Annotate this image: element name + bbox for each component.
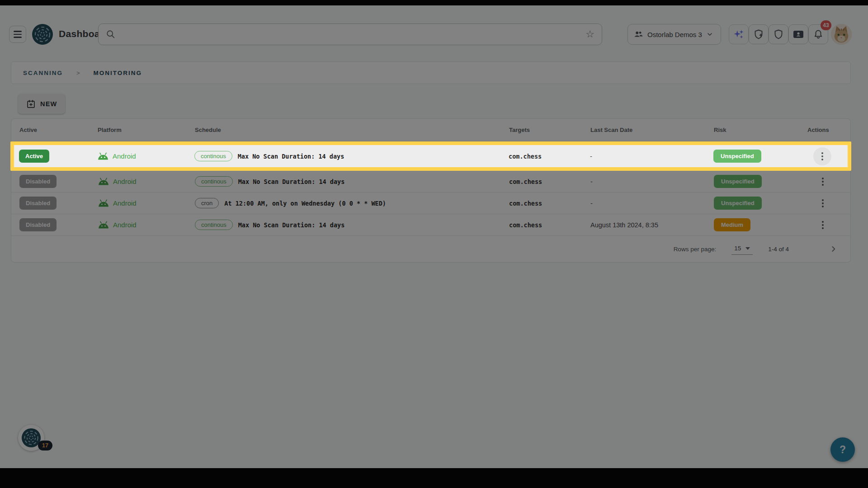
platform-label: Android [113,152,136,160]
android-icon [98,221,109,229]
schedule-type-chip: cron [195,198,219,208]
column-header-targets: Targets [509,127,590,133]
schedule-type-chip: continous [194,151,232,161]
last-scan-date-cell: August 13th 2024, 8:35 [590,221,714,229]
table-row[interactable]: Disabled Android continous Max No Scan D… [11,214,850,236]
new-monitoring-rule-button[interactable]: NEW [18,94,65,114]
chevron-left-icon [804,244,813,253]
last-scan-date-cell: - [590,153,713,160]
menu-hamburger-button[interactable] [9,26,26,43]
status-badge: Disabled [19,218,57,231]
search-icon [106,29,116,39]
help-button[interactable]: ? [830,437,855,462]
status-badge: Disabled [19,197,57,210]
ostorlab-logo-icon [32,23,53,45]
android-icon [97,152,109,160]
ai-assistant-button[interactable] [729,24,749,44]
global-search-bar: ☆ [98,23,602,45]
cat-avatar-image [831,24,852,45]
last-scan-date-cell: - [590,178,714,185]
organization-name: Ostorlab Demos 3 [647,31,702,38]
shield-plus-icon [753,29,764,40]
platform-label: Android [113,178,137,185]
status-badge: Active [19,150,49,163]
android-icon [98,199,109,207]
monitoring-rules-table: Active Platform Schedule Targets Last Sc… [11,118,851,263]
table-header-row: Active Platform Schedule Targets Last Sc… [11,119,850,141]
row-actions-kebab-button[interactable] [814,194,832,212]
new-scan-button[interactable] [749,24,769,44]
chevron-right-icon [829,244,838,253]
risk-badge: Unspecified [713,150,761,163]
new-button-label: NEW [40,100,57,108]
targets-cell: com.chess [509,200,590,207]
rows-per-page-label: Rows per page: [674,246,717,253]
breadcrumb-scanning[interactable]: SCANNING [23,70,63,76]
column-header-actions: Actions [807,127,850,133]
select-caret-icon [745,247,750,250]
application-window: Dashboard ☆ Ostorlab Demos 3 [0,0,868,488]
row-actions-kebab-button[interactable] [814,173,832,191]
pagination-range: 1-4 of 4 [768,246,789,253]
targets-cell: com.chess [509,153,590,160]
previous-page-button[interactable] [804,244,813,253]
column-header-last-scan-date: Last Scan Date [590,127,714,133]
next-page-button[interactable] [829,244,838,253]
schedule-text: Max No Scan Duration: 14 days [238,178,345,185]
column-header-risk: Risk [714,127,807,133]
platform-label: Android [113,199,137,207]
schedule-type-chip: continous [195,220,233,230]
rows-per-page-value: 15 [734,245,741,252]
contact-card-icon [793,29,804,39]
shield-icon [773,29,784,40]
targets-cell: com.chess [509,178,590,185]
search-input[interactable] [116,31,585,38]
table-row[interactable]: Disabled Android continous Max No Scan D… [11,171,850,192]
status-badge: Disabled [19,175,57,188]
column-header-active: Active [19,127,98,133]
platform-label: Android [113,221,137,229]
schedule-text: At 12:00 AM, only on Wednesday (0 0 * * … [224,200,386,207]
dashboard-page: Dashboard ☆ Ostorlab Demos 3 [0,5,868,468]
bell-icon [813,29,824,40]
schedule-type-chip: continous [195,176,233,187]
user-avatar[interactable] [831,24,852,45]
column-header-platform: Platform [98,127,195,133]
favorite-star-icon[interactable]: ☆ [585,29,594,39]
risk-badge: Medium [714,218,750,231]
security-shield-button[interactable] [769,24,788,44]
risk-badge: Unspecified [714,175,762,188]
android-icon [98,178,109,186]
sparkles-icon [733,28,745,40]
table-row[interactable]: Disabled Android cron At 12:00 AM, only … [11,192,850,214]
notification-count-badge: 43 [821,20,831,30]
table-pagination: Rows per page: 15 1-4 of 4 [11,236,850,262]
scan-count-badge: 17 [38,441,52,450]
chevron-down-icon [706,31,713,38]
last-scan-date-cell: - [590,200,714,207]
row-actions-kebab-button[interactable] [814,216,832,234]
breadcrumb: SCANNING > MONITORING [11,61,851,84]
schedule-text: Max No Scan Duration: 14 days [238,153,344,160]
schedule-text: Max No Scan Duration: 14 days [238,221,345,229]
organization-selector[interactable]: Ostorlab Demos 3 [627,24,721,45]
targets-cell: com.chess [509,221,590,229]
calendar-plus-icon [26,99,36,109]
contact-card-button[interactable] [788,24,808,44]
team-icon [633,30,643,39]
column-header-schedule: Schedule [195,127,509,133]
breadcrumb-monitoring[interactable]: MONITORING [94,70,142,76]
row-actions-kebab-button[interactable] [813,147,831,165]
rows-per-page-select[interactable]: 15 [731,243,753,255]
table-row-highlighted[interactable]: Active Android continous Max No Scan Dur… [10,141,851,171]
breadcrumb-separator: > [76,70,80,76]
risk-badge: Unspecified [714,197,762,210]
